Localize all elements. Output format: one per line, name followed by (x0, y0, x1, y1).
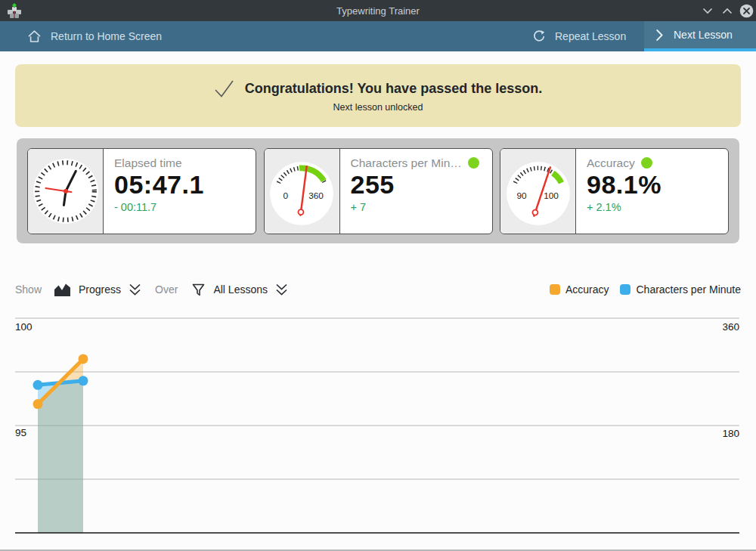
close-icon (739, 4, 754, 18)
lessons-filter-value: All Lessons (213, 283, 268, 296)
gauge-max-label: 360 (308, 190, 324, 200)
stat-label: Characters per Min… (351, 156, 462, 170)
next-lesson-button[interactable]: Next Lesson (644, 21, 756, 51)
gauge-min-label: 0 (283, 190, 288, 200)
accuracy-card: 90 100 Accuracy 98.1% + 2.1% (500, 148, 729, 234)
navbar: Return to Home Screen Repeat Lesson Next… (0, 21, 756, 51)
chevron-right-icon (656, 29, 663, 41)
minimize-button[interactable] (699, 2, 716, 19)
stat-value: 05:47.1 (114, 170, 246, 200)
accuracy-legend-label: Accuracy (565, 283, 609, 296)
repeat-lesson-label: Repeat Lesson (555, 30, 626, 42)
cpm-legend-swatch (620, 284, 631, 295)
banner-title: Congratulations! You have passed the les… (245, 81, 542, 97)
repeat-lesson-button[interactable]: Repeat Lesson (532, 21, 626, 51)
accuracy-icon-box: 90 100 (500, 149, 576, 234)
close-button[interactable] (738, 2, 754, 19)
home-icon (27, 29, 42, 43)
over-label: Over (155, 283, 178, 296)
stat-value: 98.1% (587, 170, 719, 200)
characters-per-minute-card: 0 360 Characters per Min… 255 + 7 (264, 148, 493, 234)
stat-delta: + 7 (351, 201, 483, 213)
cpm-legend-label: Characters per Minute (636, 283, 741, 296)
titlebar: Typewriting Trainer (0, 0, 756, 21)
accuracy-gauge-icon: 90 100 (503, 156, 573, 226)
stat-label: Elapsed time (114, 156, 182, 170)
speed-gauge-icon: 0 360 (267, 156, 336, 226)
refresh-icon (532, 29, 546, 43)
app-window: Typewriting Trainer Return to Home Scre (0, 0, 756, 551)
accuracy-legend-swatch (550, 284, 560, 295)
return-home-label: Return to Home Screen (51, 30, 162, 42)
right-axis-tick-mid: 180 (722, 428, 739, 439)
graph-type-dropdown[interactable]: Progress (54, 283, 141, 297)
area-chart-icon (54, 283, 71, 297)
check-icon (214, 79, 234, 98)
filter-icon (191, 283, 206, 297)
chart-legend: Accuracy Characters per Minute (550, 278, 741, 301)
chevron-up-icon (722, 8, 733, 14)
status-badge (468, 157, 479, 169)
stats-panel: Elapsed time 05:47.1 - 00:11.7 0 360 (17, 138, 739, 243)
stat-delta: - 00:11.7 (114, 201, 246, 213)
graph-type-value: Progress (79, 283, 121, 296)
stat-delta: + 2.1% (587, 201, 719, 213)
right-axis-tick-top: 360 (722, 321, 739, 333)
cpm-icon-box: 0 360 (265, 149, 340, 234)
stat-label: Accuracy (587, 156, 635, 170)
left-axis-tick-top: 100 (15, 321, 33, 333)
left-axis-tick-mid: 95 (15, 427, 26, 438)
chevron-double-down-icon (275, 283, 288, 296)
success-banner: Congratulations! You have passed the les… (15, 64, 741, 127)
status-badge (641, 157, 652, 169)
chevron-double-down-icon (129, 283, 141, 296)
clock-icon (31, 156, 101, 226)
next-lesson-label: Next Lesson (674, 29, 733, 41)
banner-subtitle: Next lesson unlocked (333, 102, 423, 113)
elapsed-time-card: Elapsed time 05:47.1 - 00:11.7 (27, 148, 256, 234)
lessons-filter-dropdown[interactable]: All Lessons (191, 283, 288, 297)
maximize-button[interactable] (719, 2, 736, 19)
stat-value: 255 (351, 170, 483, 200)
return-home-button[interactable]: Return to Home Screen (27, 21, 162, 51)
show-label: Show (15, 283, 42, 296)
window-title: Typewriting Trainer (0, 0, 756, 21)
gauge-max-label: 100 (544, 190, 559, 200)
gauge-min-label: 90 (516, 190, 527, 200)
elapsed-time-icon-box (28, 149, 104, 234)
chevron-down-icon (702, 8, 713, 14)
chart-controls: Show Progress Over All Lessons (15, 278, 288, 301)
